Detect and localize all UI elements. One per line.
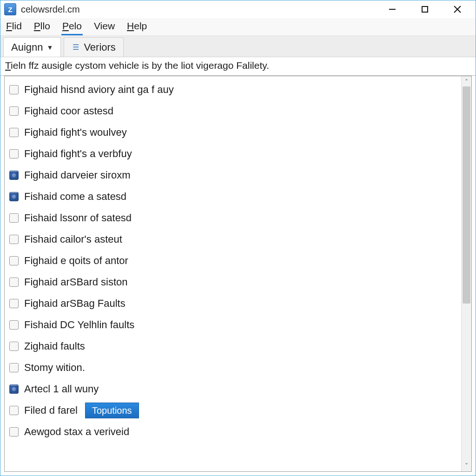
tab-auignn[interactable]: Auignn ▼: [3, 37, 61, 57]
list-item-label: Fishaid lssonr of satesd: [24, 212, 132, 224]
checkbox[interactable]: [9, 363, 19, 372]
list-item-label: Fishaid come a satesd: [24, 191, 126, 203]
list-item[interactable]: Fighaid coor astesd: [7, 100, 458, 122]
list-item-label: Artecl 1 all wuny: [24, 383, 99, 395]
checkbox[interactable]: [9, 85, 19, 94]
list-item-label: Fighaid e qoits of antor: [24, 255, 128, 267]
list-item[interactable]: Aewgod stax a veriveid: [7, 421, 458, 443]
list-item-label: Fighaid arSBard siston: [24, 276, 128, 288]
tab-label: Veriors: [84, 41, 115, 53]
list-container: Fighaid hisnd aviory aint ga f auyFighai…: [4, 76, 472, 472]
list-item-label: Filed d farel: [24, 404, 78, 416]
list-item-label: Zighaid faults: [24, 340, 85, 352]
menubar: Flid Pllo Pelo View Help: [0, 18, 476, 36]
checkbox[interactable]: [9, 128, 19, 137]
list-item[interactable]: Fighaid e qoits of antor: [7, 250, 458, 271]
list-item[interactable]: Stomy wition.: [7, 357, 458, 378]
menu-flid[interactable]: Flid: [5, 18, 23, 35]
checkbox[interactable]: [9, 213, 19, 223]
checkbox[interactable]: [9, 106, 19, 116]
close-button[interactable]: [441, 0, 474, 18]
list-item[interactable]: Filed d farelToputions: [7, 400, 458, 421]
list-item-label: Fighaid fight's a verbfuy: [24, 148, 132, 160]
settings-icon: ☰: [72, 43, 80, 52]
toputions-button[interactable]: Toputions: [85, 403, 139, 418]
checkbox[interactable]: [9, 149, 19, 159]
list-item-label: Fighaid darveier siroxm: [24, 169, 131, 181]
list-item[interactable]: Fishaid cailor's asteut: [7, 229, 458, 250]
checkbox[interactable]: [9, 384, 19, 394]
list-item-label: Fishaid DC Yelhlin faults: [24, 319, 134, 331]
list-item[interactable]: Fishaid come a satesd: [7, 186, 458, 207]
checkbox[interactable]: [9, 171, 19, 180]
scrollbar-thumb[interactable]: [463, 86, 470, 304]
list-item[interactable]: Fighaid fight's woulvey: [7, 122, 458, 143]
tabbar: Auignn ▼ ☰ Veriors: [0, 36, 476, 57]
checkbox[interactable]: [9, 192, 19, 201]
app-window: Z celowsrdel.cm Flid Pllo Pelo View Help…: [0, 0, 476, 476]
chevron-down-icon: ▼: [47, 44, 53, 51]
list-item[interactable]: Fishaid lssonr of satesd: [7, 207, 458, 229]
checkbox[interactable]: [9, 342, 19, 351]
scroll-up-icon[interactable]: ˄: [462, 77, 471, 86]
list-item-label: Fighaid coor astesd: [24, 105, 113, 117]
minimize-button[interactable]: [376, 0, 409, 18]
scroll-down-icon[interactable]: ˅: [462, 461, 471, 470]
menu-view[interactable]: View: [93, 18, 116, 35]
scrollbar-track[interactable]: [462, 86, 471, 461]
list-item[interactable]: Fighaid fight's a verbfuy: [7, 143, 458, 165]
app-icon: Z: [4, 3, 16, 15]
scrollbar[interactable]: ˄ ˅: [461, 76, 471, 471]
list-item-label: Fighaid fight's woulvey: [24, 126, 127, 139]
menu-help[interactable]: Help: [126, 18, 148, 35]
menu-pllo[interactable]: Pllo: [33, 18, 51, 35]
tab-label: Auignn: [11, 41, 43, 53]
checkbox[interactable]: [9, 235, 19, 244]
list-item[interactable]: Zighaid faults: [7, 336, 458, 357]
list-item[interactable]: Fighaid darveier siroxm: [7, 165, 458, 186]
titlebar: Z celowsrdel.cm: [0, 0, 476, 18]
list-item-label: Aewgod stax a veriveid: [24, 426, 129, 438]
list-item[interactable]: Fighaid arSBag Faults: [7, 293, 458, 314]
list-item-label: Fighaid hisnd aviory aint ga f auy: [24, 84, 174, 96]
checkbox[interactable]: [9, 320, 19, 330]
checkbox[interactable]: [9, 299, 19, 308]
list-item-label: Fighaid arSBag Faults: [24, 298, 126, 310]
window-title: celowsrdel.cm: [21, 4, 80, 15]
tab-veriors[interactable]: ☰ Veriors: [64, 37, 123, 57]
checkbox-list: Fighaid hisnd aviory aint ga f auyFighai…: [5, 76, 461, 471]
checkbox[interactable]: [9, 427, 19, 436]
list-item[interactable]: Fishaid DC Yelhlin faults: [7, 314, 458, 336]
checkbox[interactable]: [9, 278, 19, 287]
checkbox[interactable]: [9, 256, 19, 265]
maximize-button[interactable]: [409, 0, 441, 18]
list-item-label: Stomy wition.: [24, 362, 85, 374]
menu-pelo[interactable]: Pelo: [61, 18, 83, 35]
svg-rect-1: [422, 7, 428, 12]
checkbox[interactable]: [9, 406, 19, 415]
list-item[interactable]: Fighaid arSBard siston: [7, 271, 458, 293]
description-text: Tieln ffz ausigle cystom vehicle is by t…: [0, 57, 476, 76]
list-item[interactable]: Artecl 1 all wuny: [7, 378, 458, 400]
list-item-label: Fishaid cailor's asteut: [24, 233, 122, 245]
list-item[interactable]: Fighaid hisnd aviory aint ga f auy: [7, 79, 458, 100]
